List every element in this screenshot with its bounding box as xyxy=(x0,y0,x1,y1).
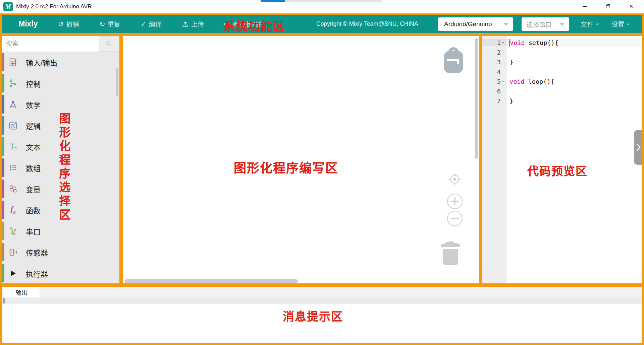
close-button[interactable]: ✕ xyxy=(624,0,639,13)
undo-icon: ↺ xyxy=(58,20,64,27)
serial-port-icon xyxy=(8,226,18,236)
code-line: 1▾ void setup(){ xyxy=(482,38,642,48)
text-icon xyxy=(8,142,18,152)
function-fx-icon: fx xyxy=(8,205,18,215)
fold-icon[interactable]: ▾ xyxy=(501,41,505,45)
actuator-play-icon xyxy=(8,268,18,278)
redo-icon: ↻ xyxy=(99,20,105,27)
board-select-dropdown[interactable]: Arduino/Genuino xyxy=(438,17,513,31)
chevron-down-icon xyxy=(626,21,631,26)
code-line: 4 xyxy=(482,67,642,77)
copyright-text: Copyright © Mixly Team@BNU, CHINA xyxy=(316,15,418,33)
message-output-region: 输出 xyxy=(0,285,644,345)
upload-icon xyxy=(182,20,189,27)
port-select-dropdown[interactable]: 选择串口 xyxy=(522,17,569,31)
chevron-down-icon xyxy=(559,23,565,26)
search-button[interactable] xyxy=(99,36,119,52)
chevron-down-icon xyxy=(503,23,508,26)
output-scroll-thumb[interactable] xyxy=(3,298,5,303)
trash-icon[interactable] xyxy=(440,240,462,267)
sidebar-item-math[interactable]: 数学 xyxy=(2,94,119,115)
control-icon xyxy=(8,78,18,88)
chevron-down-icon xyxy=(595,21,600,26)
progress-bar xyxy=(261,0,382,2)
code-line: 2 xyxy=(482,48,642,57)
center-view-button[interactable] xyxy=(447,171,463,188)
redo-button[interactable]: ↻ 重复 xyxy=(99,15,120,33)
sidebar-item-text[interactable]: 文本 xyxy=(2,136,119,157)
variable-swap-icon xyxy=(8,184,18,194)
output-tabstrip: 输出 xyxy=(2,287,642,297)
canvas-horizontal-scrollbar[interactable] xyxy=(124,279,298,283)
title-bar: M Mixly 2.0 rc2 For Arduino AVR ✕ xyxy=(0,0,644,13)
code-line: 6 xyxy=(482,86,642,96)
block-category-region: 输入/输出 控制 数学 逻辑 xyxy=(0,34,121,285)
fold-icon[interactable]: ▾ xyxy=(501,79,505,84)
zoom-out-button[interactable] xyxy=(446,210,463,228)
array-list-icon xyxy=(8,163,18,173)
progress-bar-fill xyxy=(261,0,285,2)
compile-button[interactable]: ✓ 编译 xyxy=(141,15,162,33)
serial-status-button[interactable]: 串口状态栏 xyxy=(223,15,265,33)
sensor-icon xyxy=(8,247,18,257)
workspace-canvas-region[interactable] xyxy=(121,34,481,285)
sidebar-item-io[interactable]: 输入/输出 xyxy=(2,52,119,73)
sidebar-item-logic[interactable]: 逻辑 xyxy=(2,115,119,136)
tab-output[interactable]: 输出 xyxy=(3,287,40,297)
serial-plug-icon xyxy=(223,20,230,28)
sidebar-item-function[interactable]: fx 函数 xyxy=(2,199,119,220)
canvas-vertical-scrollbar[interactable] xyxy=(475,38,478,159)
code-line: 7 } xyxy=(482,96,642,106)
backpack-icon[interactable] xyxy=(442,46,465,76)
category-list: 输入/输出 控制 数学 逻辑 xyxy=(2,52,119,284)
math-compass-icon xyxy=(8,99,18,110)
window-title: Mixly 2.0 rc2 For Arduino AVR xyxy=(16,0,92,13)
search-icon xyxy=(105,40,113,48)
logic-icon xyxy=(8,121,18,131)
mixly-brand-button[interactable]: Mixly xyxy=(18,15,38,33)
app-logo-icon: M xyxy=(3,2,13,11)
code-line: 5▾ void loop(){ xyxy=(482,77,642,86)
code-line: 3 } xyxy=(482,57,642,67)
restore-button[interactable] xyxy=(600,0,616,13)
minimize-button[interactable] xyxy=(577,0,593,13)
search-input[interactable] xyxy=(2,36,99,52)
sidebar-item-sensor[interactable]: 传感器 xyxy=(2,242,119,263)
sidebar-scrollbar[interactable] xyxy=(116,68,118,96)
io-icon xyxy=(8,57,18,67)
toolbar-region: Mixly ↺ 撤销 ↻ 重复 ✓ 编译 上传 串口状态栏 xyxy=(0,13,644,34)
upload-button[interactable]: 上传 xyxy=(182,15,204,33)
sidebar-item-serial[interactable]: 串口 xyxy=(2,220,119,242)
restore-icon xyxy=(606,4,610,9)
output-scroll-strip[interactable] xyxy=(2,297,642,304)
panel-collapse-button[interactable] xyxy=(634,130,642,165)
code-preview-region: 1▾ void setup(){ 2 3 } 4 5▾ void loop(){… xyxy=(481,34,644,285)
sidebar-item-actuator[interactable]: 执行器 xyxy=(2,263,119,284)
sidebar-item-control[interactable]: 控制 xyxy=(2,73,119,94)
zoom-in-button[interactable] xyxy=(446,193,463,211)
sidebar-item-array[interactable]: 数组 xyxy=(2,157,119,178)
chevron-right-icon xyxy=(636,143,641,152)
file-menu[interactable]: 文件 xyxy=(581,15,600,33)
settings-menu[interactable]: 设置 xyxy=(611,15,631,33)
checkmark-icon: ✓ xyxy=(141,20,147,27)
sidebar-item-variable[interactable]: 变量 xyxy=(2,178,119,199)
undo-button[interactable]: ↺ 撤销 xyxy=(58,15,79,33)
